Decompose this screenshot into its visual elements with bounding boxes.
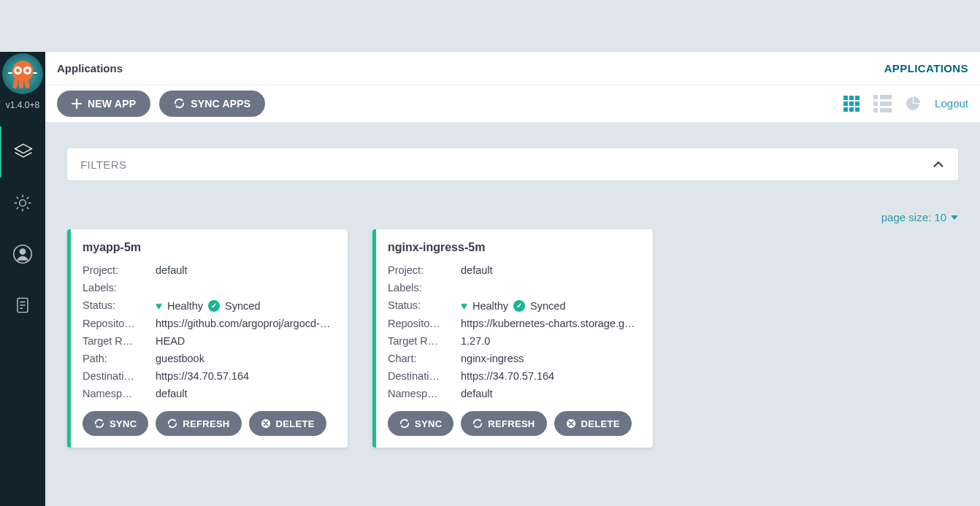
label-namespace: Namesp…	[388, 388, 461, 399]
svg-point-1	[20, 200, 26, 207]
value-path: guestbook	[156, 353, 334, 364]
new-app-label: NEW APP	[88, 98, 136, 110]
label-namespace: Namesp…	[83, 388, 156, 399]
sync-button[interactable]: SYNC	[83, 411, 148, 436]
version-label: v1.4.0+8	[3, 100, 42, 110]
sidebar-item-applications[interactable]	[0, 126, 45, 177]
pie-chart-icon	[904, 95, 922, 112]
refresh-icon	[167, 418, 177, 429]
toolbar: NEW APP SYNC APPS	[45, 84, 980, 122]
application-card[interactable]: myapp-5mProject:defaultLabels:Status:♥He…	[67, 229, 348, 448]
label-labels: Labels:	[83, 282, 156, 294]
sidebar-item-user[interactable]	[0, 229, 45, 280]
sync-icon	[399, 418, 410, 429]
document-icon	[12, 295, 33, 315]
value-status: ♥Healthy✓Synced	[461, 299, 640, 312]
svg-marker-0	[15, 145, 32, 153]
app-name: myapp-5m	[83, 241, 334, 254]
refresh-button[interactable]: REFRESH	[461, 411, 546, 436]
argo-octopus-icon	[8, 59, 37, 88]
value-destination: https://34.70.57.164	[461, 370, 640, 382]
heart-icon: ♥	[156, 299, 162, 312]
caret-down-icon	[951, 215, 958, 220]
value-target-revision: 1.27.0	[461, 335, 640, 347]
app-name: nginx-ingress-5m	[388, 241, 640, 254]
label-repository: Reposito…	[83, 318, 156, 329]
view-grid-button[interactable]	[843, 95, 860, 112]
sync-button[interactable]: SYNC	[388, 411, 453, 436]
header-applications-link[interactable]: APPLICATIONS	[884, 62, 968, 74]
value-project: default	[156, 264, 334, 276]
application-card[interactable]: nginx-ingress-5mProject:defaultLabels:St…	[372, 229, 653, 448]
label-labels: Labels:	[388, 282, 461, 294]
value-status: ♥Healthy✓Synced	[156, 299, 334, 312]
page-size-select[interactable]: page size: 10	[881, 211, 958, 223]
filters-label: FILTERS	[80, 158, 126, 171]
refresh-button[interactable]: REFRESH	[156, 411, 241, 436]
filters-toggle[interactable]: FILTERS	[67, 148, 958, 180]
label-target-revision: Target R…	[83, 335, 156, 347]
sidebar-item-docs[interactable]	[0, 280, 45, 331]
list-icon	[873, 95, 892, 112]
value-repository: https://kubernetes-charts.storage.googl…	[461, 318, 640, 329]
value-namespace: default	[461, 388, 640, 399]
page-title: Applications	[57, 62, 123, 74]
logout-link[interactable]: Logout	[935, 97, 968, 110]
label-destination: Destinati…	[83, 370, 156, 382]
label-path: Path:	[83, 353, 156, 364]
delete-button[interactable]: DELETE	[554, 411, 632, 436]
svg-point-3	[20, 248, 26, 255]
value-labels	[156, 282, 334, 294]
value-chart: nginx-ingress	[461, 353, 640, 364]
header-bar: Applications APPLICATIONS	[45, 52, 980, 84]
top-spacer	[0, 0, 980, 52]
value-destination: https://34.70.57.164	[156, 370, 334, 382]
grid-icon	[843, 96, 860, 112]
heart-icon: ♥	[461, 299, 467, 312]
label-chart: Chart:	[388, 353, 461, 364]
user-icon	[12, 244, 33, 264]
delete-icon	[261, 418, 271, 429]
label-destination: Destinati…	[388, 370, 461, 382]
sync-apps-label: SYNC APPS	[191, 98, 250, 110]
plus-icon	[72, 99, 82, 109]
chevron-up-icon	[932, 158, 945, 171]
label-target-revision: Target R…	[388, 335, 461, 347]
value-repository: https://github.com/argoproj/argocd-exa…	[156, 318, 334, 329]
value-namespace: default	[156, 388, 334, 399]
layers-icon	[13, 142, 34, 162]
sync-icon	[174, 98, 185, 109]
sync-icon	[94, 418, 104, 429]
logo[interactable]	[2, 53, 43, 94]
value-target-revision: HEAD	[156, 335, 334, 347]
view-list-button[interactable]	[873, 95, 891, 112]
label-status: Status:	[83, 299, 156, 312]
delete-icon	[566, 418, 576, 429]
label-project: Project:	[83, 264, 156, 276]
view-pie-button[interactable]	[904, 95, 922, 112]
applications-list: myapp-5mProject:defaultLabels:Status:♥He…	[67, 229, 958, 448]
check-circle-icon: ✓	[208, 300, 220, 312]
refresh-icon	[472, 418, 483, 429]
check-circle-icon: ✓	[513, 300, 525, 312]
sync-apps-button[interactable]: SYNC APPS	[159, 91, 265, 117]
gear-icon	[12, 193, 33, 213]
new-app-button[interactable]: NEW APP	[57, 91, 150, 117]
label-status: Status:	[388, 299, 461, 312]
sidebar-item-settings[interactable]	[0, 177, 45, 229]
label-project: Project:	[388, 264, 461, 276]
sidebar: v1.4.0+8	[0, 52, 45, 506]
label-repository: Reposito…	[388, 318, 461, 329]
value-labels	[461, 282, 640, 294]
delete-button[interactable]: DELETE	[249, 411, 326, 436]
value-project: default	[461, 264, 640, 276]
page-size-label: page size: 10	[881, 211, 946, 223]
